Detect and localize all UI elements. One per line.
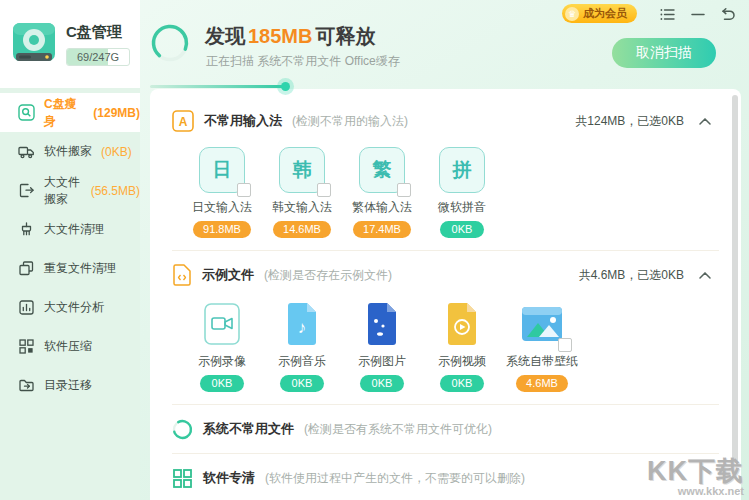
sample-movie-icon xyxy=(439,301,485,347)
cleanup-item[interactable]: 示例视频 0KB xyxy=(422,301,502,392)
sample-picture-icon xyxy=(359,301,405,347)
cleanup-item[interactable]: 繁 繁体输入法 17.4MB xyxy=(342,147,422,238)
cleanup-item[interactable]: 拼 微软拼音 0KB xyxy=(422,147,502,238)
sidebar-item-size: (129MB) xyxy=(93,106,140,120)
sidebar: C盘瘦身(129MB) 软件搬家(0KB) 大文件搬家(56.5MB) xyxy=(0,88,140,500)
crown-icon: ♛ xyxy=(565,7,579,21)
reclaimable-size: 185MB xyxy=(248,25,312,47)
size-badge: 0KB xyxy=(360,375,404,392)
scan-status: 正在扫描 系统不常用文件 Office缓存 xyxy=(206,53,400,70)
size-badge: 0KB xyxy=(440,375,484,392)
sidebar-item-software-compress[interactable]: 软件压缩 xyxy=(0,327,140,366)
size-badge: 0KB xyxy=(440,221,484,238)
section-hint: (检测不常用的输入法) xyxy=(292,113,408,130)
app-title: C盘管理 xyxy=(66,23,130,42)
scan-progress-dot xyxy=(281,82,290,91)
sidebar-item-large-file-move[interactable]: 大文件搬家(56.5MB) xyxy=(0,171,140,210)
size-badge: 14.6MB xyxy=(273,221,331,238)
sidebar-item-software-move[interactable]: 软件搬家(0KB) xyxy=(0,132,140,171)
section-input-methods-header: A 不常用输入法 (检测不常用的输入法) 共124MB，已选0KB xyxy=(172,97,719,145)
watermark-url: www.kkx.net xyxy=(647,485,744,497)
section-title: 不常用输入法 xyxy=(204,112,282,130)
sidebar-item-c-drive-slim[interactable]: C盘瘦身(129MB) xyxy=(0,93,140,132)
cleanup-item[interactable]: 日 日文输入法 91.8MB xyxy=(182,147,262,238)
item-checkbox[interactable] xyxy=(558,338,572,352)
minimize-icon[interactable] xyxy=(689,6,706,23)
loading-circle-icon xyxy=(172,419,193,440)
truck-icon xyxy=(18,143,35,160)
section-hint: (软件使用过程中产生的文件，不需要的可以删除) xyxy=(265,470,525,487)
size-badge: 91.8MB xyxy=(193,221,251,238)
chevron-up-icon[interactable] xyxy=(699,118,711,125)
japanese-ime-icon: 日 xyxy=(199,147,245,193)
section-sample-files-header: 示例文件 (检测是否存在示例文件) 共4.6MB，已选0KB xyxy=(172,251,719,299)
disk-usage-meter: 69/247G xyxy=(66,48,130,66)
sidebar-item-duplicate-clean[interactable]: 重复文件清理 xyxy=(0,249,140,288)
bar-chart-icon xyxy=(18,299,35,316)
scan-progress-bar xyxy=(150,85,741,88)
pinyin-ime-icon: 拼 xyxy=(439,147,485,193)
section-summary: 共4.6MB，已选0KB xyxy=(579,267,684,284)
section-title: 系统不常用文件 xyxy=(203,420,294,438)
cleanup-item[interactable]: 系统自带壁纸 4.6MB xyxy=(502,301,582,392)
chevron-up-icon[interactable] xyxy=(699,272,711,279)
sidebar-item-label: C盘瘦身 xyxy=(44,96,84,130)
korean-ime-icon: 韩 xyxy=(279,147,325,193)
watermark: KK下载 www.kkx.net xyxy=(647,457,744,497)
sidebar-item-large-file-clean[interactable]: 大文件清理 xyxy=(0,210,140,249)
item-checkbox[interactable] xyxy=(397,183,411,197)
undo-icon[interactable] xyxy=(719,6,736,23)
input-method-items: 日 日文输入法 91.8MB 韩 韩文输入法 14.6MB 繁 繁体 xyxy=(172,147,719,238)
disk-usage-label: 69/247G xyxy=(67,49,129,65)
window-controls xyxy=(659,6,736,23)
scan-headline: 发现185MB可释放 xyxy=(205,23,375,50)
svg-text:♪: ♪ xyxy=(298,318,307,337)
traditional-ime-icon: 繁 xyxy=(359,147,405,193)
wallpaper-icon xyxy=(519,301,565,347)
cancel-scan-button[interactable]: 取消扫描 xyxy=(612,38,716,68)
section-software-clean-header: 软件专清 (软件使用过程中产生的文件，不需要的可以删除) xyxy=(172,454,719,500)
size-badge: 0KB xyxy=(280,375,324,392)
software-clean-icon xyxy=(172,468,193,489)
scan-spinner-icon xyxy=(150,23,190,67)
member-badge[interactable]: ♛ 成为会员 xyxy=(562,4,637,23)
watermark-logo: KK下载 xyxy=(647,457,744,485)
menu-icon[interactable] xyxy=(659,6,676,23)
section-title: 软件专清 xyxy=(203,469,255,487)
item-checkbox[interactable] xyxy=(317,183,331,197)
size-badge: 4.6MB xyxy=(516,375,568,392)
app-window: C盘管理 69/247G C盘瘦身(129MB) xyxy=(0,0,749,500)
cleanup-item[interactable]: 韩 韩文输入法 14.6MB xyxy=(262,147,342,238)
sidebar-item-directory-migrate[interactable]: 目录迁移 xyxy=(0,366,140,405)
copy-icon xyxy=(18,260,35,277)
sidebar-item-large-file-analyze[interactable]: 大文件分析 xyxy=(0,288,140,327)
section-hint: (检测是否有系统不常用文件可优化) xyxy=(304,421,492,438)
section-system-files-header: 系统不常用文件 (检测是否有系统不常用文件可优化) xyxy=(172,405,719,453)
cleanup-item[interactable]: 示例录像 0KB xyxy=(182,301,262,392)
content-panel: A 不常用输入法 (检测不常用的输入法) 共124MB，已选0KB 日 日文输入… xyxy=(150,89,741,500)
app-brand: C盘管理 69/247G xyxy=(0,0,140,88)
size-badge: 0KB xyxy=(200,375,244,392)
file-move-icon xyxy=(18,182,35,199)
scan-progress-fill xyxy=(150,85,286,88)
item-checkbox[interactable] xyxy=(237,183,251,197)
disk-icon xyxy=(10,21,58,67)
section-title: 示例文件 xyxy=(202,266,254,284)
svg-text:A: A xyxy=(179,115,188,129)
grid-icon xyxy=(18,338,35,355)
search-icon xyxy=(18,104,35,121)
folder-move-icon xyxy=(18,377,35,394)
cleanup-item[interactable]: ♪ 示例音乐 0KB xyxy=(262,301,342,392)
sample-file-items: 示例录像 0KB ♪ 示例音乐 0KB xyxy=(172,301,719,392)
broom-icon xyxy=(18,221,35,238)
section-hint: (检测是否存在示例文件) xyxy=(264,267,392,284)
cleanup-item[interactable]: 示例图片 0KB xyxy=(342,301,422,392)
scrollbar-thumb[interactable] xyxy=(732,95,738,463)
sample-video-icon xyxy=(199,301,245,347)
member-badge-label: 成为会员 xyxy=(583,6,627,21)
section-summary: 共124MB，已选0KB xyxy=(575,113,684,130)
size-badge: 17.4MB xyxy=(353,221,411,238)
input-method-icon: A xyxy=(172,110,194,132)
sample-music-icon: ♪ xyxy=(279,301,325,347)
sample-file-icon xyxy=(172,264,192,286)
